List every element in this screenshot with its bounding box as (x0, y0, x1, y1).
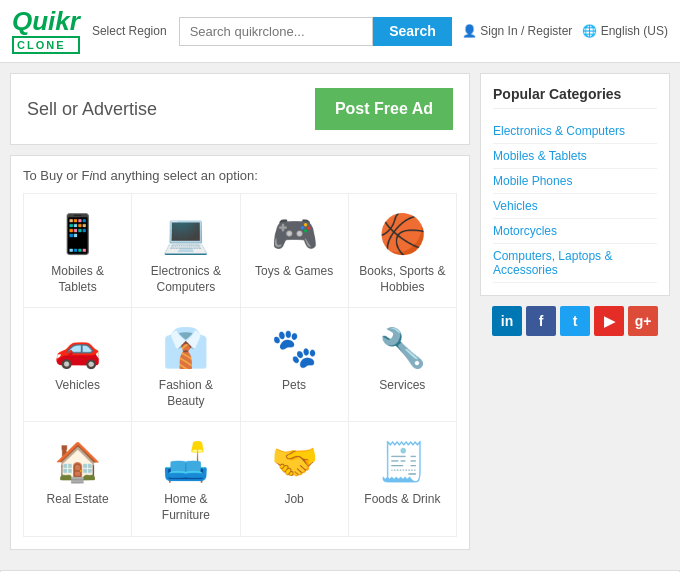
sidebar: Popular Categories Electronics & Compute… (480, 73, 670, 550)
category-item-books[interactable]: 🏀 Books, Sports & Hobbies (349, 194, 457, 308)
category-icon-job: 🤝 (249, 440, 340, 484)
content-area: Sell or Advertise Post Free Ad To Buy or… (10, 73, 470, 550)
social-icons: in f t ▶ g+ (480, 306, 670, 336)
facebook-icon[interactable]: f (526, 306, 556, 336)
google-icon[interactable]: g+ (628, 306, 658, 336)
category-item-vehicles[interactable]: 🚗 Vehicles (24, 308, 132, 422)
linkedin-icon[interactable]: in (492, 306, 522, 336)
logo-clone-text: CLONE (12, 36, 80, 54)
category-icon-electronics: 💻 (140, 212, 231, 256)
logo-quikr-text: Quikr (12, 8, 80, 34)
category-item-fashion[interactable]: 👔 Fashion & Beauty (132, 308, 240, 422)
youtube-icon[interactable]: ▶ (594, 306, 624, 336)
category-label-vehicles: Vehicles (32, 378, 123, 394)
search-bar: Search (179, 17, 452, 46)
twitter-icon[interactable]: t (560, 306, 590, 336)
popular-categories-title: Popular Categories (493, 86, 657, 109)
category-label-toys: Toys & Games (249, 264, 340, 280)
sell-bar-title: Sell or Advertise (27, 99, 157, 120)
category-item-pets[interactable]: 🐾 Pets (241, 308, 349, 422)
category-item-services[interactable]: 🔧 Services (349, 308, 457, 422)
category-item-job[interactable]: 🤝 Job (241, 422, 349, 536)
category-item-mobiles[interactable]: 📱 Mobiles & Tablets (24, 194, 132, 308)
category-label-job: Job (249, 492, 340, 508)
category-label-books: Books, Sports & Hobbies (357, 264, 448, 295)
category-icon-realestate: 🏠 (32, 440, 123, 484)
category-icon-services: 🔧 (357, 326, 448, 370)
header: Quikr CLONE Select Region Search 👤 Sign … (0, 0, 680, 63)
region-selector[interactable]: Select Region (92, 24, 167, 38)
sign-in-link[interactable]: 👤 Sign In / Register (462, 24, 572, 38)
logo: Quikr CLONE (12, 8, 80, 54)
sell-bar: Sell or Advertise Post Free Ad (10, 73, 470, 145)
categories-grid: 📱 Mobiles & Tablets 💻 Electronics & Comp… (23, 193, 457, 537)
category-label-realestate: Real Estate (32, 492, 123, 508)
category-item-home[interactable]: 🛋️ Home & Furniture (132, 422, 240, 536)
header-right: 👤 Sign In / Register 🌐 English (US) (462, 24, 668, 38)
category-icon-vehicles: 🚗 (32, 326, 123, 370)
popular-categories-panel: Popular Categories Electronics & Compute… (480, 73, 670, 296)
category-label-services: Services (357, 378, 448, 394)
category-label-foods: Foods & Drink (357, 492, 448, 508)
category-label-electronics: Electronics & Computers (140, 264, 231, 295)
main-area: Sell or Advertise Post Free Ad To Buy or… (0, 63, 680, 560)
category-label-home: Home & Furniture (140, 492, 231, 523)
popular-cat-link[interactable]: Vehicles (493, 194, 657, 219)
category-icon-pets: 🐾 (249, 326, 340, 370)
popular-cat-link[interactable]: Computers, Laptops & Accessories (493, 244, 657, 283)
category-item-foods[interactable]: 🧾 Foods & Drink (349, 422, 457, 536)
category-icon-books: 🏀 (357, 212, 448, 256)
popular-cat-link[interactable]: Mobiles & Tablets (493, 144, 657, 169)
category-label-pets: Pets (249, 378, 340, 394)
popular-cat-link[interactable]: Electronics & Computers (493, 119, 657, 144)
category-section: To Buy or Find anything select an option… (10, 155, 470, 550)
category-prompt: To Buy or Find anything select an option… (23, 168, 457, 183)
language-selector[interactable]: 🌐 English (US) (582, 24, 668, 38)
popular-cat-link[interactable]: Motorcycles (493, 219, 657, 244)
popular-categories-list: Electronics & ComputersMobiles & Tablets… (493, 119, 657, 283)
post-free-ad-button[interactable]: Post Free Ad (315, 88, 453, 130)
category-icon-foods: 🧾 (357, 440, 448, 484)
category-label-fashion: Fashion & Beauty (140, 378, 231, 409)
category-item-electronics[interactable]: 💻 Electronics & Computers (132, 194, 240, 308)
category-icon-mobiles: 📱 (32, 212, 123, 256)
popular-cat-link[interactable]: Mobile Phones (493, 169, 657, 194)
category-icon-fashion: 👔 (140, 326, 231, 370)
search-button[interactable]: Search (373, 17, 452, 46)
search-input[interactable] (179, 17, 374, 46)
category-item-toys[interactable]: 🎮 Toys & Games (241, 194, 349, 308)
category-icon-home: 🛋️ (140, 440, 231, 484)
category-icon-toys: 🎮 (249, 212, 340, 256)
category-item-realestate[interactable]: 🏠 Real Estate (24, 422, 132, 536)
category-label-mobiles: Mobiles & Tablets (32, 264, 123, 295)
